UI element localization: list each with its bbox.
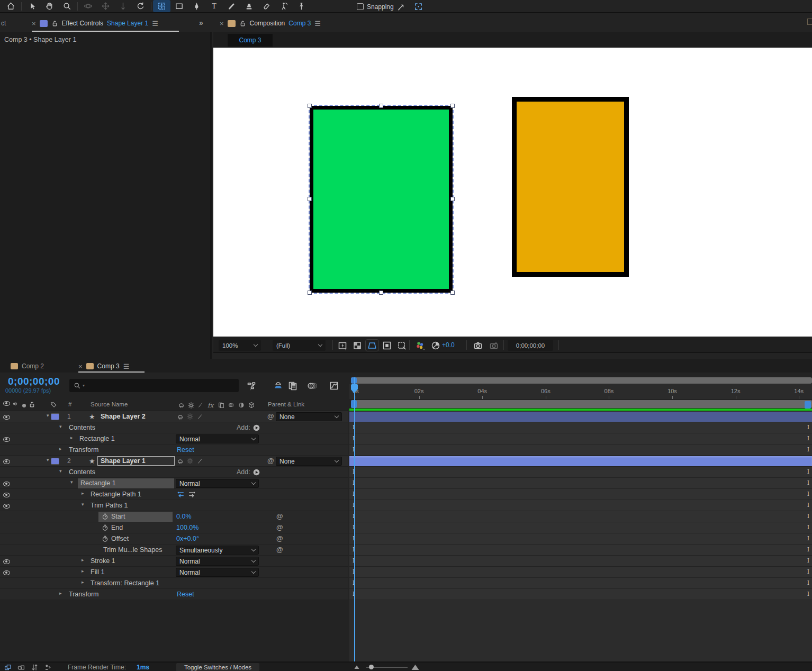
fx-column-icon[interactable]: fx [207, 402, 213, 409]
twirl-icon[interactable]: ▸ [82, 568, 84, 574]
shy-column-icon[interactable] [177, 402, 185, 409]
eye-icon[interactable] [3, 458, 10, 466]
row-track[interactable]: II [349, 500, 812, 511]
close-icon[interactable]: × [78, 362, 83, 370]
blend-mode-dropdown[interactable]: Normal [176, 479, 259, 488]
tab-overflow-chevrons[interactable]: » [199, 19, 203, 27]
toggle-switches-modes-button[interactable]: Toggle Switches / Modes [176, 663, 259, 671]
row-track[interactable]: II [349, 422, 812, 433]
shape-layer-1-rectangle[interactable] [310, 106, 453, 293]
puppet-pin-tool-icon[interactable] [293, 0, 310, 12]
property-label[interactable]: Trim Mu...le Shapes [103, 546, 162, 554]
zoom-tool-icon[interactable] [58, 0, 76, 12]
eraser-tool-icon[interactable] [258, 0, 275, 12]
selection-handle[interactable] [308, 197, 312, 201]
property-label[interactable]: Rectangle 1 [79, 435, 115, 442]
hand-tool-icon[interactable] [41, 0, 58, 12]
zoom-in-icon[interactable] [411, 664, 420, 670]
property-row[interactable]: Trim Mu...le ShapesSimultaneously@II [0, 545, 812, 556]
parent-pickwhip-icon[interactable]: @ [267, 412, 274, 420]
rotation-tool-icon[interactable] [132, 0, 149, 12]
twirl-icon[interactable]: ▸ [82, 579, 84, 585]
pickwhip-icon[interactable]: @ [276, 546, 283, 554]
exposure-value[interactable]: +0.0 [442, 341, 455, 349]
frame-blending-icon[interactable] [286, 380, 299, 392]
property-label[interactable]: Offset [111, 535, 129, 542]
rectangle-tool-icon[interactable] [170, 0, 188, 12]
close-icon[interactable]: × [32, 20, 36, 28]
property-label[interactable]: Stroke 1 [91, 557, 115, 565]
label-column-icon[interactable] [50, 401, 58, 409]
lock-icon[interactable] [239, 20, 246, 27]
twirl-icon[interactable]: ▸ [59, 446, 62, 451]
selection-handle[interactable] [450, 104, 455, 108]
twirl-icon[interactable]: ▾ [82, 502, 84, 507]
composition-canvas[interactable] [213, 48, 812, 337]
fast-previews-icon[interactable] [336, 340, 349, 351]
property-row[interactable]: ▸Fill 1NormalII [0, 567, 812, 578]
path-direction-forward-icon[interactable] [187, 491, 196, 498]
eye-icon[interactable] [3, 480, 10, 488]
mask-visibility-icon[interactable] [366, 340, 378, 351]
video-column-icon[interactable] [3, 401, 10, 406]
playhead-line[interactable] [354, 377, 355, 671]
layer-duration-bar[interactable] [349, 412, 812, 422]
property-label[interactable]: Transform: Rectangle 1 [91, 579, 159, 587]
property-label[interactable]: Fill 1 [91, 568, 104, 576]
selection-handle[interactable] [450, 197, 455, 201]
per-character-3d-icon[interactable] [397, 3, 405, 11]
grid-guides-icon[interactable] [395, 340, 408, 351]
property-row[interactable]: ▸Rectangle 1NormalII [0, 433, 812, 445]
layer-row[interactable]: ▾2★Shape Layer 1@None [0, 456, 812, 467]
row-track[interactable]: II [349, 433, 812, 445]
twirl-icon[interactable]: ▾ [47, 413, 49, 418]
quality-column-icon[interactable] [197, 402, 204, 409]
add-shape-icon[interactable] [252, 468, 260, 476]
property-label[interactable]: End [111, 524, 123, 531]
parent-dropdown[interactable]: None [276, 412, 342, 421]
viewer-tab-comp3[interactable]: Comp 3 [228, 34, 273, 47]
reset-link[interactable]: Reset [177, 591, 194, 598]
composition-tab[interactable]: × Composition Comp 3 ☰ [220, 17, 321, 30]
quality-switch-icon[interactable] [197, 413, 203, 420]
property-row[interactable]: ▸TransformResetII [0, 589, 812, 600]
close-icon[interactable]: × [220, 20, 224, 28]
blend-mode-dropdown[interactable]: Normal [176, 434, 259, 443]
orbit-camera-tool-icon[interactable] [79, 0, 97, 12]
lock-icon[interactable] [51, 20, 58, 27]
parent-pickwhip-icon[interactable]: @ [267, 457, 274, 465]
layer-label-chip[interactable] [51, 413, 59, 420]
graph-editor-icon[interactable] [328, 380, 340, 392]
roto-brush-tool-icon[interactable] [275, 0, 293, 12]
add-shape-icon[interactable] [252, 424, 260, 432]
row-track[interactable]: II [349, 467, 812, 478]
row-track[interactable] [349, 456, 812, 467]
property-value[interactable]: 0.0% [176, 513, 192, 520]
eye-icon[interactable] [3, 569, 10, 577]
property-label[interactable]: Contents [69, 424, 95, 431]
eye-icon[interactable] [3, 503, 10, 510]
property-row[interactable]: ▸TransformResetII [0, 445, 812, 456]
layer-name-box[interactable]: Shape Layer 1 [97, 456, 175, 466]
row-track[interactable]: II [349, 578, 812, 589]
twirl-icon[interactable]: ▾ [47, 457, 49, 463]
twirl-icon[interactable]: ▾ [59, 424, 62, 429]
property-row[interactable]: Start0.0%@II [0, 511, 812, 522]
blend-mode-dropdown[interactable]: Normal [176, 568, 259, 577]
property-label[interactable]: Rectangle 1 [80, 479, 116, 487]
draft-3d-icon[interactable] [272, 380, 284, 392]
stopwatch-icon[interactable] [102, 513, 109, 520]
selection-handle[interactable] [450, 291, 455, 295]
parent-dropdown[interactable]: None [276, 457, 342, 466]
adjustment-layer-column-icon[interactable] [238, 402, 245, 409]
row-track[interactable]: II [349, 589, 812, 600]
pan-camera-tool-icon[interactable] [97, 0, 114, 12]
audio-column-icon[interactable] [12, 401, 20, 408]
twirl-icon[interactable]: ▾ [70, 479, 73, 485]
layer-label-chip[interactable] [51, 458, 59, 465]
layer-duration-bar[interactable] [349, 456, 812, 466]
exposure-icon[interactable] [429, 340, 442, 351]
expand-render-time-icon[interactable] [42, 663, 53, 671]
collapse-switch-icon[interactable] [186, 457, 194, 465]
current-timecode[interactable]: 0;00;00;00 [8, 376, 60, 387]
